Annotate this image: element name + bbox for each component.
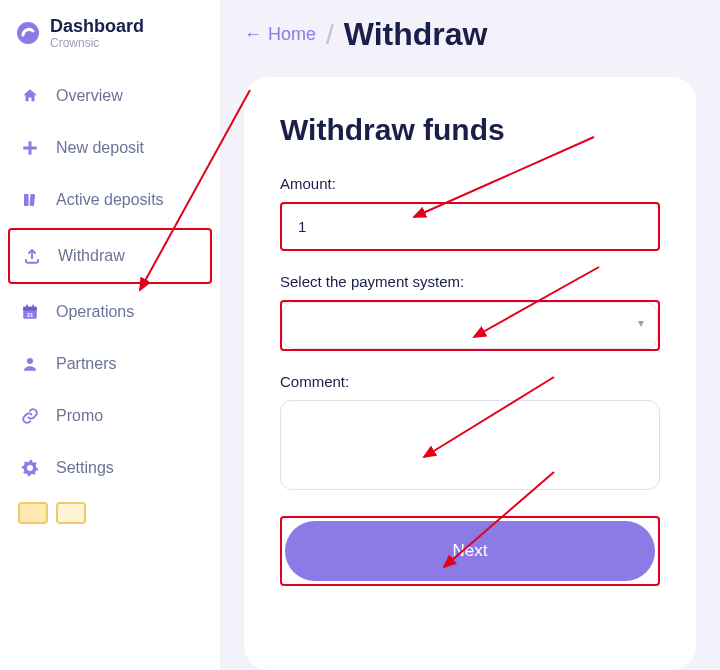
breadcrumb-separator: / [326,19,334,51]
svg-rect-2 [29,194,35,206]
bottom-decoration [8,494,212,532]
decoration-card-icon [56,502,86,524]
brand: Dashboard Crownsic [8,12,212,70]
sidebar-item-operations[interactable]: 21 Operations [8,286,212,338]
sidebar-item-label: Partners [56,355,116,373]
next-button[interactable]: Next [285,521,655,581]
calendar-icon: 21 [20,302,40,322]
sidebar-item-withdraw[interactable]: Withdraw [8,228,212,284]
sidebar-item-label: Promo [56,407,103,425]
brand-subtitle: Crownsic [50,37,144,50]
comment-textarea[interactable] [280,400,660,490]
amount-input[interactable] [280,202,660,251]
card-title: Withdraw funds [280,113,660,147]
brand-logo-icon [16,21,40,45]
decoration-card-icon [18,502,48,524]
gear-icon [20,458,40,478]
comment-label: Comment: [280,373,660,390]
books-icon [20,190,40,210]
sidebar-item-label: Operations [56,303,134,321]
upload-icon [22,246,42,266]
plus-icon [20,138,40,158]
amount-label: Amount: [280,175,660,192]
svg-rect-6 [32,304,34,308]
sidebar-item-label: New deposit [56,139,144,157]
user-icon [20,354,40,374]
home-icon [20,86,40,106]
svg-text:21: 21 [27,311,34,317]
svg-rect-1 [24,194,29,206]
sidebar-item-overview[interactable]: Overview [8,70,212,122]
sidebar-item-label: Settings [56,459,114,477]
breadcrumb-home-link[interactable]: ← Home [244,24,316,45]
breadcrumb-home-label: Home [268,24,316,45]
sidebar-item-partners[interactable]: Partners [8,338,212,390]
payment-system-select[interactable] [282,302,658,349]
svg-point-8 [27,358,33,364]
brand-title: Dashboard [50,17,144,37]
sidebar-item-label: Withdraw [58,247,125,265]
svg-rect-5 [26,304,28,308]
sidebar-item-active-deposits[interactable]: Active deposits [8,174,212,226]
svg-rect-4 [23,307,37,311]
sidebar-item-label: Active deposits [56,191,164,209]
arrow-left-icon: ← [244,24,262,45]
sidebar: Dashboard Crownsic Overview New deposit … [0,0,220,670]
svg-point-0 [17,22,39,44]
link-icon [20,406,40,426]
page-title: Withdraw [344,16,488,53]
withdraw-card: Withdraw funds Amount: Select the paymen… [244,77,696,670]
main-content: ← Home / Withdraw Withdraw funds Amount:… [220,0,720,670]
sidebar-item-label: Overview [56,87,123,105]
breadcrumb: ← Home / Withdraw [244,16,696,53]
sidebar-item-settings[interactable]: Settings [8,442,212,494]
payment-system-label: Select the payment system: [280,273,660,290]
sidebar-item-promo[interactable]: Promo [8,390,212,442]
sidebar-item-new-deposit[interactable]: New deposit [8,122,212,174]
